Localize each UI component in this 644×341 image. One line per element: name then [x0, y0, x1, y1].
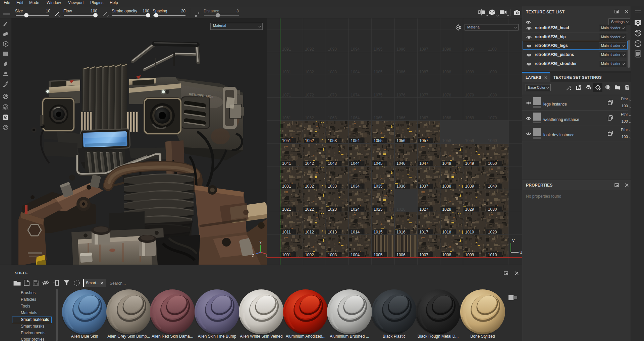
svg-text:1079: 1079 — [465, 93, 474, 97]
svg-text:1070: 1070 — [488, 116, 497, 120]
svg-text:1048: 1048 — [442, 161, 451, 166]
svg-text:1039: 1039 — [465, 184, 474, 189]
svg-text:1028: 1028 — [442, 207, 451, 212]
svg-text:1026: 1026 — [396, 207, 406, 212]
svg-text:1081: 1081 — [282, 70, 291, 74]
svg-text:1002: 1002 — [305, 253, 314, 257]
svg-text:1077: 1077 — [419, 93, 428, 97]
svg-text:1062: 1062 — [305, 116, 314, 120]
svg-text:1024: 1024 — [351, 207, 360, 212]
svg-text:U: U — [520, 251, 522, 255]
svg-text:1006: 1006 — [396, 253, 406, 257]
svg-text:1094: 1094 — [351, 47, 360, 52]
svg-text:1017: 1017 — [419, 230, 428, 234]
svg-text:1099: 1099 — [465, 47, 474, 52]
svg-text:1085: 1085 — [374, 70, 383, 74]
svg-text:1100: 1100 — [488, 47, 497, 52]
svg-text:1034: 1034 — [351, 184, 360, 189]
svg-text:1032: 1032 — [305, 184, 314, 189]
svg-text:V: V — [512, 238, 515, 243]
svg-text:1023: 1023 — [328, 207, 337, 212]
svg-text:1075: 1075 — [374, 93, 383, 97]
svg-text:1066: 1066 — [396, 116, 406, 120]
svg-text:1009: 1009 — [465, 253, 474, 257]
svg-text:1078: 1078 — [442, 93, 451, 97]
svg-text:1087: 1087 — [419, 70, 428, 74]
svg-text:1020: 1020 — [488, 230, 497, 234]
svg-text:1072: 1072 — [305, 93, 314, 97]
svg-text:1052: 1052 — [305, 138, 314, 143]
svg-text:1027: 1027 — [419, 207, 428, 212]
svg-text:1057: 1057 — [419, 138, 428, 143]
svg-text:Z: Z — [252, 254, 254, 258]
svg-text:1058: 1058 — [442, 138, 451, 143]
svg-text:1044: 1044 — [351, 161, 360, 166]
svg-text:1016: 1016 — [396, 230, 406, 234]
svg-text:1021: 1021 — [282, 207, 291, 212]
svg-text:1076: 1076 — [396, 93, 406, 97]
svg-text:1041: 1041 — [282, 161, 291, 166]
svg-text:Y: Y — [259, 240, 262, 244]
svg-text:1015: 1015 — [374, 230, 383, 234]
svg-text:1033: 1033 — [328, 184, 337, 189]
svg-text:1018: 1018 — [442, 230, 451, 234]
svg-text:1056: 1056 — [396, 138, 406, 143]
svg-text:1045: 1045 — [374, 161, 383, 166]
svg-text:1019: 1019 — [465, 230, 474, 234]
svg-text:1040: 1040 — [488, 184, 497, 189]
svg-text:1092: 1092 — [305, 47, 314, 52]
svg-text:1059: 1059 — [465, 138, 474, 143]
svg-text:1022: 1022 — [305, 207, 314, 212]
svg-text:1011: 1011 — [282, 230, 291, 234]
svg-text:1089: 1089 — [465, 70, 474, 74]
svg-text:1067: 1067 — [419, 116, 428, 120]
svg-text:1025: 1025 — [374, 207, 383, 212]
svg-text:1064: 1064 — [351, 116, 360, 120]
svg-text:1031: 1031 — [282, 184, 291, 189]
svg-text:1054: 1054 — [351, 138, 360, 143]
svg-text:1007: 1007 — [419, 253, 428, 257]
svg-text:1091: 1091 — [282, 47, 291, 52]
svg-text:1065: 1065 — [374, 116, 383, 120]
svg-text:1049: 1049 — [465, 161, 474, 166]
svg-text:1030: 1030 — [488, 207, 497, 212]
svg-text:1069: 1069 — [465, 116, 474, 120]
svg-text:1053: 1053 — [328, 138, 337, 143]
svg-text:1068: 1068 — [442, 116, 451, 120]
svg-text:1042: 1042 — [305, 161, 314, 166]
svg-text:1082: 1082 — [305, 70, 314, 74]
svg-text:1074: 1074 — [351, 93, 360, 97]
svg-text:1012: 1012 — [305, 230, 314, 234]
svg-text:1096: 1096 — [396, 47, 406, 52]
svg-text:1086: 1086 — [396, 70, 406, 74]
svg-text:1051: 1051 — [282, 138, 291, 143]
svg-text:1038: 1038 — [442, 184, 451, 189]
svg-text:1035: 1035 — [374, 184, 383, 189]
svg-text:1005: 1005 — [374, 253, 383, 257]
svg-text:1029: 1029 — [465, 207, 474, 212]
svg-text:1095: 1095 — [374, 47, 383, 52]
svg-text:1043: 1043 — [328, 161, 337, 166]
svg-text:1046: 1046 — [396, 161, 406, 166]
svg-text:1061: 1061 — [282, 116, 291, 120]
svg-text:1010: 1010 — [488, 253, 497, 257]
svg-text:1073: 1073 — [328, 93, 337, 97]
svg-text:1055: 1055 — [374, 138, 383, 143]
svg-text:1098: 1098 — [442, 47, 451, 52]
svg-text:1013: 1013 — [328, 230, 337, 234]
svg-text:1004: 1004 — [351, 253, 360, 257]
svg-text:1071: 1071 — [282, 93, 291, 97]
svg-text:1036: 1036 — [396, 184, 406, 189]
svg-text:1037: 1037 — [419, 184, 428, 189]
svg-text:1097: 1097 — [419, 47, 428, 52]
svg-text:1050: 1050 — [488, 161, 497, 166]
svg-text:1001: 1001 — [282, 253, 291, 257]
svg-text:1060: 1060 — [488, 138, 497, 143]
svg-text:1090: 1090 — [488, 70, 497, 74]
svg-text:1088: 1088 — [442, 70, 451, 74]
svg-text:1080: 1080 — [488, 93, 497, 97]
svg-text:1084: 1084 — [351, 70, 360, 74]
svg-text:1093: 1093 — [328, 47, 337, 52]
svg-text:1008: 1008 — [442, 253, 451, 257]
svg-text:1014: 1014 — [351, 230, 360, 234]
